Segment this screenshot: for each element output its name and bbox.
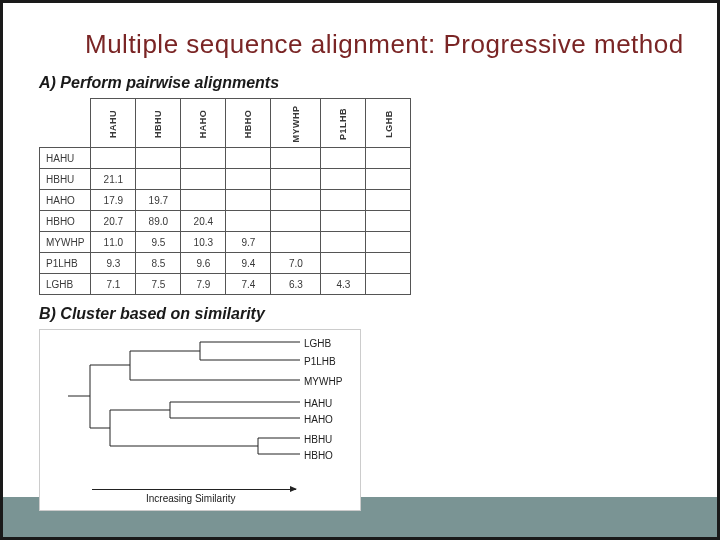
dendro-label: HAHU — [304, 398, 332, 409]
row-header: MYWHP — [40, 232, 91, 253]
cell — [321, 148, 366, 169]
cell — [321, 190, 366, 211]
cell: 7.0 — [271, 253, 321, 274]
row-header: HBHU — [40, 169, 91, 190]
cell: 7.9 — [181, 274, 226, 295]
col-header: HAHU — [91, 99, 136, 148]
cell: 9.6 — [181, 253, 226, 274]
dendro-label: HBHU — [304, 434, 332, 445]
cell: 19.7 — [136, 190, 181, 211]
cell: 20.4 — [181, 211, 226, 232]
section-b-heading: B) Cluster based on similarity — [39, 305, 717, 323]
section-a-heading: A) Perform pairwise alignments — [39, 74, 717, 92]
cell: 7.5 — [136, 274, 181, 295]
cell — [226, 190, 271, 211]
cell: 9.7 — [226, 232, 271, 253]
axis-label: Increasing Similarity — [146, 493, 235, 504]
cell: 9.4 — [226, 253, 271, 274]
cell: 20.7 — [91, 211, 136, 232]
cell — [181, 190, 226, 211]
col-header: MYWHP — [271, 99, 321, 148]
cell: 6.3 — [271, 274, 321, 295]
cell — [271, 232, 321, 253]
dendro-label: P1LHB — [304, 356, 336, 367]
cell — [366, 232, 411, 253]
slide-title: Multiple sequence alignment: Progressive… — [85, 29, 717, 60]
cell — [366, 148, 411, 169]
cell — [91, 148, 136, 169]
cell — [181, 169, 226, 190]
cell — [136, 169, 181, 190]
cell: 17.9 — [91, 190, 136, 211]
cell: 9.3 — [91, 253, 136, 274]
row-header: LGHB — [40, 274, 91, 295]
cell: 4.3 — [321, 274, 366, 295]
cell — [366, 253, 411, 274]
cell — [366, 211, 411, 232]
cell: 11.0 — [91, 232, 136, 253]
cell — [226, 169, 271, 190]
cell — [366, 169, 411, 190]
dendro-label: LGHB — [304, 338, 331, 349]
cell — [321, 253, 366, 274]
cell — [321, 169, 366, 190]
cell — [366, 190, 411, 211]
cell — [226, 211, 271, 232]
cell — [321, 211, 366, 232]
cell: 21.1 — [91, 169, 136, 190]
cell — [271, 211, 321, 232]
slide: Multiple sequence alignment: Progressive… — [0, 0, 720, 540]
cell: 89.0 — [136, 211, 181, 232]
dendro-label: MYWHP — [304, 376, 342, 387]
col-header: HBHU — [136, 99, 181, 148]
cell: 7.4 — [226, 274, 271, 295]
cell — [226, 148, 271, 169]
cell — [366, 274, 411, 295]
row-header: HBHO — [40, 211, 91, 232]
cell: 8.5 — [136, 253, 181, 274]
pairwise-table: HAHUHBHUHAHOHBHOMYWHPP1LHBLGHBHAHUHBHU21… — [39, 98, 359, 295]
dendrogram: LGHBP1LHBMYWHPHAHUHAHOHBHUHBHO Increasin… — [39, 329, 361, 511]
col-header: HBHO — [226, 99, 271, 148]
col-header: HAHO — [181, 99, 226, 148]
col-header: P1LHB — [321, 99, 366, 148]
cell — [271, 190, 321, 211]
arrow-icon — [92, 489, 296, 490]
cell — [181, 148, 226, 169]
cell: 10.3 — [181, 232, 226, 253]
cell — [271, 148, 321, 169]
col-header: LGHB — [366, 99, 411, 148]
row-header: HAHO — [40, 190, 91, 211]
cell — [321, 232, 366, 253]
cell — [271, 169, 321, 190]
dendro-label: HBHO — [304, 450, 333, 461]
cell: 7.1 — [91, 274, 136, 295]
row-header: HAHU — [40, 148, 91, 169]
dendro-label: HAHO — [304, 414, 333, 425]
row-header: P1LHB — [40, 253, 91, 274]
cell — [136, 148, 181, 169]
cell: 9.5 — [136, 232, 181, 253]
